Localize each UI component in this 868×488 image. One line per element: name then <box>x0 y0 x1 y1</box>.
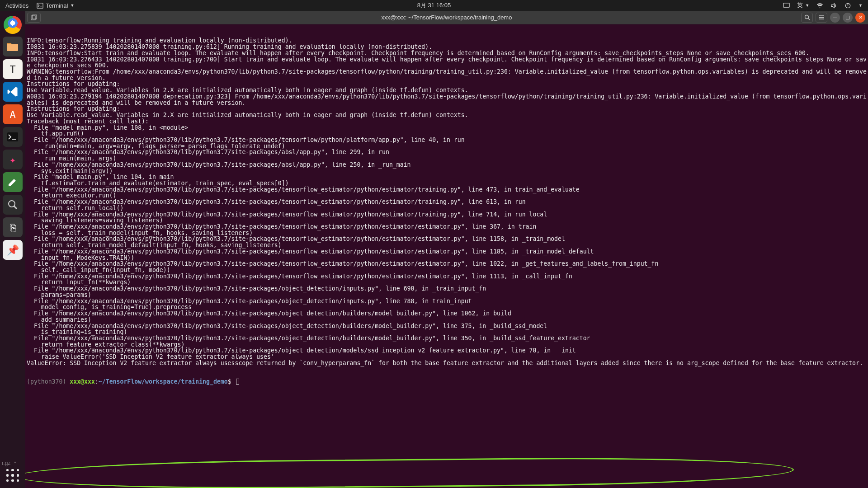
terminal-output-line: File "/home/xxx/anaconda3/envs/python370… <box>27 298 867 305</box>
ime-label: 英 <box>797 1 803 9</box>
maximize-button[interactable]: ▢ <box>843 13 853 23</box>
terminal-output-line: self._call_input_fn(input_fn, mode)) <box>27 267 867 273</box>
app-menu[interactable]: Terminal ▼ <box>37 2 74 9</box>
terminal-window: xxx@xxx: ~/TensorFlow/workspace/training… <box>25 11 868 488</box>
terminal-output-line: saving_listeners=saving_listeners) <box>27 217 867 224</box>
ubuntu-dock: nsorflow.ob T bj Det A pace ✦ ng Job el … <box>0 11 25 488</box>
terminal-output-line: File "/home/xxx/anaconda3/envs/python370… <box>27 211 867 218</box>
terminal-output-line: params=params) <box>27 292 867 298</box>
wifi-icon[interactable] <box>816 2 823 9</box>
power-icon[interactable] <box>844 2 851 9</box>
close-button[interactable]: ✕ <box>855 13 865 23</box>
shopping-bag-icon: A <box>9 109 15 120</box>
svg-rect-0 <box>37 3 43 8</box>
dock-generic[interactable]: ⎘ <box>3 217 23 237</box>
terminal-output-line: File "/home/xxx/anaconda3/envs/python370… <box>27 137 867 143</box>
terminal-icon <box>37 2 43 9</box>
menu-icon <box>819 14 825 20</box>
dock-files[interactable]: nsorflow.ob <box>3 37 23 56</box>
terminal-output-line: File "model_main.py", line 104, in main <box>27 174 867 180</box>
terminal-output-line: tf.app.run() <box>27 131 867 137</box>
svg-point-9 <box>805 15 808 19</box>
desktop-archive[interactable]: r.gz ⌃ <box>0 456 17 470</box>
terminal-output-line: File "/home/xxx/anaconda3/envs/python370… <box>27 224 867 230</box>
window-title: xxx@xxx: ~/TensorFlow/workspace/training… <box>382 14 512 21</box>
minimize-button[interactable]: ─ <box>830 13 840 23</box>
search-icon <box>804 14 810 20</box>
terminal-output-line: return self.run_local() <box>27 205 867 211</box>
dock-software[interactable]: A <box>3 104 23 124</box>
screen-icon[interactable] <box>783 2 790 9</box>
vscode-icon <box>7 86 19 98</box>
chevron-down-icon: ▼ <box>70 3 74 8</box>
maximize-icon: ▢ <box>845 14 850 20</box>
terminal-output-line: WARNING:tensorflow:From /home/xxx/anacon… <box>27 69 867 81</box>
terminal-output-line: return input_fn(**kwargs) <box>27 279 867 286</box>
terminal-output-line: File "model_main.py", line 108, in <modu… <box>27 125 867 131</box>
terminal-icon <box>7 132 19 142</box>
dock-terminal[interactable]: pace <box>3 127 23 147</box>
terminal-output-line: Use Variable.read_value. Variables in 2.… <box>27 112 867 118</box>
dock-imageviewer[interactable]: Model <box>3 195 23 215</box>
terminal-body[interactable]: INFO:tensorflow:Running training and eva… <box>25 24 868 488</box>
dock-pin[interactable]: 📌 th s! <box>3 240 23 260</box>
terminal-output-line: I0831 16:03:23.275839 140202801407808 tr… <box>27 44 867 50</box>
volume-icon[interactable] <box>830 2 837 9</box>
chevron-up-icon: ⌃ <box>13 461 17 466</box>
terminal-output-line: is_training=is_training) <box>27 329 867 335</box>
prompt-line: (python370) xxx@xxx:~/TensorFlow/workspa… <box>27 379 867 385</box>
terminal-output-line: W0831 16:03:23.279194 140202801407808 de… <box>27 94 867 106</box>
terminal-output-line: File "/home/xxx/anaconda3/envs/python370… <box>27 310 867 317</box>
search-button[interactable] <box>801 13 813 23</box>
terminal-output-line: return feature_extractor_class(**kwargs) <box>27 342 867 348</box>
terminal-output-line: ValueError: SSD Inception V2 feature ext… <box>27 360 867 366</box>
folder-icon <box>6 41 19 52</box>
terminal-output-line: sys.exit(main(argv)) <box>27 168 867 174</box>
archive-label: r.gz <box>2 460 10 466</box>
terminal-output-line: loss = self._train_model(input_fn, hooks… <box>27 230 867 236</box>
dock-krita[interactable]: ✦ ng Job <box>3 150 23 169</box>
svg-point-5 <box>9 201 15 207</box>
app-menu-label: Terminal <box>46 2 68 9</box>
minimize-icon: ─ <box>833 15 837 20</box>
hamburger-menu[interactable] <box>816 13 827 23</box>
terminal-output-line: File "/home/xxx/anaconda3/envs/python370… <box>27 149 867 155</box>
chevron-down-icon: ▼ <box>859 3 863 8</box>
terminal-output-line: INFO:tensorflow:Running training and eva… <box>27 38 867 44</box>
pencil-icon <box>7 177 18 188</box>
dock-chrome[interactable] <box>4 16 22 34</box>
terminal-output-line: input_fn, ModeKeys.TRAIN)) <box>27 255 867 261</box>
terminal-titlebar[interactable]: xxx@xxx: ~/TensorFlow/workspace/training… <box>25 11 868 24</box>
magnifier-icon <box>7 199 19 211</box>
activities-button[interactable]: Activities <box>5 2 28 9</box>
terminal-output-line: add_summaries) <box>27 317 867 323</box>
terminal-output-line: Instructions for updating: <box>27 106 867 112</box>
terminal-output-line: File "/home/xxx/anaconda3/envs/python370… <box>27 199 867 205</box>
terminal-output-line: File "/home/xxx/anaconda3/envs/python370… <box>27 187 867 193</box>
terminal-output-line: raise ValueError('SSD Inception V2 featu… <box>27 354 867 360</box>
prompt-userhost: xxx@xxx <box>70 378 95 385</box>
cursor <box>236 379 239 385</box>
prompt-env: (python370) <box>27 378 66 385</box>
prompt-path: ~/TensorFlow/workspace/training_demo <box>99 378 228 385</box>
terminal-output-line: File "/home/xxx/anaconda3/envs/python370… <box>27 236 867 242</box>
annotation-highlight <box>25 455 794 488</box>
terminal-output-line: return executor.run() <box>27 192 867 199</box>
terminal-output-line: File "/home/xxx/anaconda3/envs/python370… <box>27 347 867 354</box>
dock-vscode[interactable] <box>3 82 23 102</box>
ime-indicator[interactable]: 英 ▼ <box>797 1 809 9</box>
dock-texteditor[interactable]: T bj Det <box>3 59 23 79</box>
clock[interactable]: 8月 31 16:05 <box>417 1 451 9</box>
svg-rect-7 <box>31 16 35 20</box>
terminal-output-line: INFO:tensorflow:Start train and evaluate… <box>27 50 867 56</box>
gnome-topbar: Activities Terminal ▼ 8月 31 16:05 英 ▼ ▼ <box>0 0 868 11</box>
terminal-output-line: File "/home/xxx/anaconda3/envs/python370… <box>27 323 867 329</box>
chevron-down-icon: ▼ <box>805 3 809 8</box>
prompt-colon: : <box>95 378 99 385</box>
svg-rect-4 <box>7 132 18 141</box>
svg-rect-1 <box>783 3 789 7</box>
terminal-output-line: tf.estimator.train_and_evaluate(estimato… <box>27 180 867 187</box>
svg-line-6 <box>14 206 17 209</box>
dock-gedit[interactable]: el (Optional <box>3 172 23 192</box>
new-tab-button[interactable] <box>27 13 41 23</box>
